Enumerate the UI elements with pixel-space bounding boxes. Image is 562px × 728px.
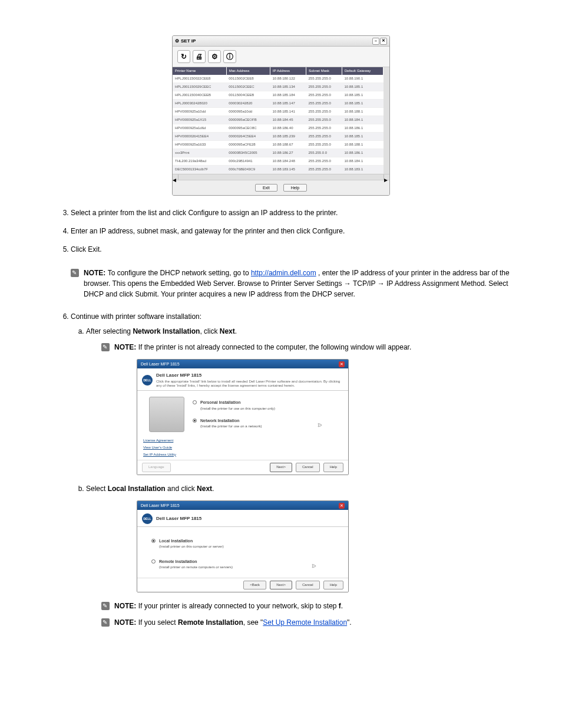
col-gateway[interactable]: Default Gateway [342, 67, 384, 75]
shot2-titlebar: Dell Laser MFP 1815 [141, 502, 180, 509]
shot1-titlebar: Dell Laser MFP 1815 [141, 361, 180, 367]
link-set-ip-utility[interactable]: Set IP Address Utility [143, 452, 342, 458]
scroll-right-icon[interactable]: ▸ [384, 174, 389, 180]
step-a-text: After selecting Network Installation, cl… [86, 327, 237, 335]
link-users-guide[interactable]: View User's Guide [143, 445, 342, 451]
note-icon [101, 343, 110, 351]
shot2-heading: Dell Laser MFP 1815 [156, 515, 343, 523]
installer-screenshot-1: Dell Laser MFP 1815 ✕ DELL Dell Laser MF… [137, 359, 349, 475]
step-b-text: Select Local Installation and click Next… [86, 485, 214, 493]
exit-button[interactable]: Exit [255, 184, 277, 192]
minimize-icon[interactable]: – [372, 38, 379, 45]
col-printer-name[interactable]: Printer Name [173, 67, 226, 75]
titlebar: ⚙ SET IP – ✕ [173, 36, 389, 47]
note-icon [101, 602, 110, 610]
note-b-text: If your printer is already connected to … [138, 602, 343, 610]
link-license[interactable]: License Agreement [143, 438, 342, 444]
next-button[interactable]: Next> [270, 581, 292, 590]
note-pre: To configure the DHCP network setting, g… [108, 269, 251, 277]
help-button[interactable]: Help [323, 581, 343, 590]
help-button[interactable]: Help [323, 463, 343, 472]
shot1-heading: Dell Laser MFP 1815 [156, 372, 343, 380]
note-step-b2: NOTE: If you select Remote Installation,… [101, 617, 527, 628]
toolbar: ↻ 🖨 ⚙ ⓘ [173, 47, 389, 67]
printer-image [149, 397, 184, 432]
back-button[interactable]: <Back [243, 581, 266, 590]
table-row[interactable]: DEC50001334cdb7F000c768E043C910.88:183.1… [173, 166, 384, 174]
installer-screenshot-2: Dell Laser MFP 1815 ✕ DELL Dell Laser MF… [137, 500, 349, 592]
dhcp-url-link[interactable]: http://admin.dell.com [251, 269, 316, 277]
step-3: Select a printer from the list and click… [71, 207, 527, 219]
table-row[interactable]: HPLJ001150040CEEB00115004CEEB10.88:185.1… [173, 91, 384, 100]
step-6-heading: Continue with printer software installat… [71, 312, 201, 321]
info-icon[interactable]: ⓘ [223, 50, 236, 63]
app-icon: ⚙ [175, 38, 179, 45]
table-row[interactable]: HPLJ001150029CEEC00115002CEEC10.88:185.1… [173, 83, 384, 91]
step-5: Click Exit. [71, 244, 527, 255]
close-icon[interactable]: ✕ [380, 38, 387, 45]
note-dhcp: NOTE: To configure the DHCP network sett… [71, 268, 527, 299]
scroll-left-icon[interactable]: ◂ [173, 174, 178, 180]
vertical-scrollbar[interactable] [384, 67, 389, 174]
table-row[interactable]: HPLJ00030242802000003024282010.88:185.14… [173, 100, 384, 108]
table-row[interactable]: HPV0000925a1X150000095aCEOFB10.88:184.45… [173, 116, 384, 124]
col-mac[interactable]: Mac Address [226, 67, 270, 75]
col-ip[interactable]: IP Address [270, 67, 306, 75]
step-4: Enter an IP address, subnet mask, and ga… [71, 226, 527, 237]
note-step-b1: NOTE: If your printer is already connect… [101, 601, 527, 612]
table-row[interactable]: HPV0000925a16330000095aCFE2810.88:188.67… [173, 141, 384, 149]
printer-table: Printer Name Mac Address IP Address Subn… [173, 67, 384, 174]
table-row[interactable]: THL200.219a348ad000c29B1494110.88:184.24… [173, 157, 384, 166]
table-row[interactable]: HPV0000925a10dd0000095a10dd10.88:185.141… [173, 108, 384, 116]
radio-network[interactable]: Network Installation (Install the printe… [193, 417, 340, 430]
print-icon[interactable]: 🖨 [193, 50, 206, 63]
next-button[interactable]: Next> [270, 463, 292, 472]
cancel-button[interactable]: Cancel [296, 581, 320, 590]
window-title: SET IP [181, 38, 196, 45]
table-row[interactable]: HPV0000026415EE400000264C5EE410.88:185.2… [173, 133, 384, 141]
table-row[interactable]: xxx3Print00000B345C200510.88:186.27255.2… [173, 149, 384, 157]
cancel-button[interactable]: Cancel [296, 463, 320, 472]
refresh-icon[interactable]: ↻ [177, 50, 190, 63]
remote-install-link[interactable]: Set Up Remote Installation [263, 618, 347, 627]
note-icon [71, 269, 79, 277]
shot1-subtext: Click the appropriate 'Install' link bel… [156, 380, 343, 388]
help-button[interactable]: Help [283, 184, 307, 192]
table-row[interactable]: HPV0000925a1d6d0000095aCEO8C10.88:186.40… [173, 124, 384, 133]
radio-remote[interactable]: Remote Installation (Install printer on … [151, 558, 334, 571]
radio-personal[interactable]: Personal Installation (Install the print… [193, 399, 340, 411]
set-ip-window: ⚙ SET IP – ✕ ↻ 🖨 ⚙ ⓘ Printer Name Mac Ad… [172, 35, 390, 196]
language-button[interactable]: Language [142, 463, 171, 472]
note-c-text: If you select Remote Installation, see "… [138, 618, 352, 627]
note-icon [101, 618, 110, 627]
table-row[interactable]: HPLJ001150022CEE800115002CEE810.88:180.1… [173, 75, 384, 83]
dell-logo-icon: DELL [142, 513, 153, 524]
note-label: NOTE: [84, 269, 108, 277]
close-icon[interactable]: ✕ [339, 361, 345, 367]
note-step-a: NOTE: If the printer is not already conn… [101, 342, 527, 353]
radio-local[interactable]: Local Installation (Install printer on t… [151, 538, 334, 550]
dell-logo-icon: DELL [142, 375, 153, 386]
close-icon[interactable]: ✕ [339, 503, 345, 509]
col-subnet[interactable]: Subnet Mask [306, 67, 342, 75]
settings-icon[interactable]: ⚙ [208, 50, 221, 63]
